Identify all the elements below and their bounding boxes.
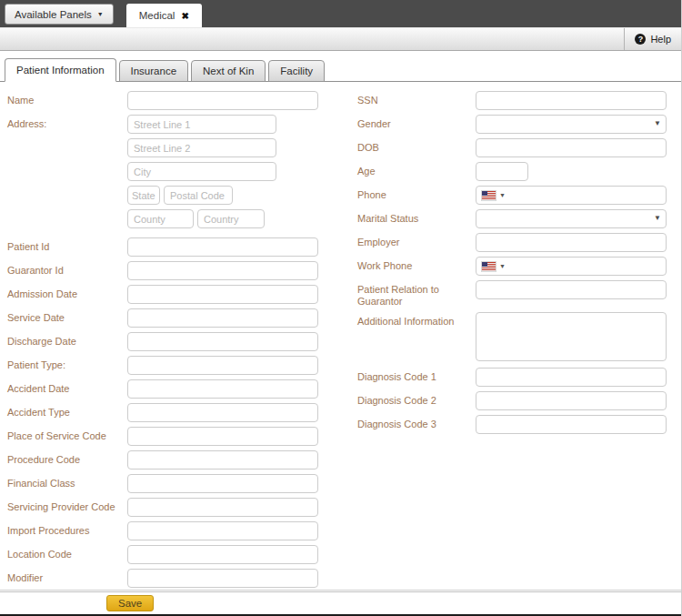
name-input[interactable] <box>127 91 318 110</box>
street-line-2-input[interactable] <box>127 138 276 157</box>
work-phone-input-box: ▼ <box>476 257 667 276</box>
admission-date-input[interactable] <box>127 285 318 304</box>
form-row: Discharge Date <box>7 332 318 351</box>
help-icon: ? <box>635 34 646 45</box>
work-phone-input[interactable] <box>506 258 662 274</box>
servicing-provider-code-input[interactable] <box>127 498 318 517</box>
admission-date-label: Admission Date <box>7 288 127 300</box>
patient-id-input[interactable] <box>127 237 318 257</box>
modifier-input[interactable] <box>127 569 318 588</box>
ssn-input[interactable] <box>476 91 667 110</box>
phone-input[interactable] <box>506 187 662 203</box>
flag-dropdown-caret-icon[interactable]: ▼ <box>499 263 506 269</box>
patient-type-input[interactable] <box>127 356 318 375</box>
import-procedures-input[interactable] <box>127 521 318 540</box>
tab-patient-information[interactable]: Patient Information <box>5 58 116 82</box>
form-row: Age <box>357 162 667 181</box>
marital-status-select-wrap: ▼ <box>476 209 667 228</box>
location-code-input[interactable] <box>127 545 318 564</box>
location-code-label: Location Code <box>7 549 127 560</box>
available-panels-label: Available Panels <box>15 9 92 20</box>
form-row: Accident Type <box>7 403 318 422</box>
age-input[interactable] <box>476 162 528 181</box>
available-panels-button[interactable]: Available Panels ▼ <box>5 4 114 25</box>
form-left-column: Name Address: <box>7 91 318 590</box>
panel-topbar: Available Panels ▼ Medical ✖ <box>0 0 681 27</box>
form-row: Gender ▼ <box>357 115 667 134</box>
save-button[interactable]: Save <box>106 595 154 611</box>
form-row: Import Procedures <box>7 521 318 540</box>
form-row: Admission Date <box>7 285 318 304</box>
additional-information-textarea[interactable] <box>476 312 667 361</box>
dob-input[interactable] <box>476 138 667 157</box>
close-icon[interactable]: ✖ <box>181 11 188 21</box>
guarantor-id-label: Guarantor Id <box>7 265 127 277</box>
diagnosis-code-3-input[interactable] <box>476 415 667 434</box>
form-row: Procedure Code <box>7 450 318 470</box>
form-row: Diagnosis Code 1 <box>357 368 667 387</box>
patient-relation-to-guarantor-label: Patient Relation to Guarantor <box>357 280 476 308</box>
discharge-date-input[interactable] <box>127 332 318 351</box>
city-input[interactable] <box>127 162 276 181</box>
diagnosis-code-1-input[interactable] <box>476 368 667 387</box>
form-row: Modifier <box>7 569 318 588</box>
modifier-label: Modifier <box>7 572 127 584</box>
form-row: Name <box>7 91 318 110</box>
patient-relation-to-guarantor-input[interactable] <box>476 280 667 299</box>
work-phone-label: Work Phone <box>357 260 476 272</box>
country-input[interactable] <box>197 209 265 228</box>
gender-select[interactable] <box>476 115 667 134</box>
name-label: Name <box>7 95 127 106</box>
flag-dropdown-caret-icon[interactable]: ▼ <box>499 192 506 198</box>
procedure-code-label: Procedure Code <box>7 454 127 466</box>
marital-status-label: Marital Status <box>357 213 476 225</box>
discharge-date-label: Discharge Date <box>7 336 127 348</box>
tab-insurance[interactable]: Insurance <box>119 60 189 82</box>
form-row: Employer <box>357 233 667 252</box>
form-row: Location Code <box>7 545 318 564</box>
form-row: Diagnosis Code 3 <box>357 415 667 434</box>
ssn-label: SSN <box>357 95 476 106</box>
accident-type-input[interactable] <box>127 403 318 422</box>
form-row: Marital Status ▼ <box>357 209 667 228</box>
employer-input[interactable] <box>476 233 667 252</box>
financial-class-input[interactable] <box>127 474 318 493</box>
patient-id-label: Patient Id <box>7 241 127 253</box>
financial-class-label: Financial Class <box>7 478 127 490</box>
service-date-input[interactable] <box>127 308 318 328</box>
guarantor-id-input[interactable] <box>127 261 318 280</box>
form-tabstrip: Patient Information Insurance Next of Ki… <box>0 58 681 82</box>
form-row: Servicing Provider Code <box>7 498 318 517</box>
procedure-code-input[interactable] <box>127 450 318 470</box>
help-button[interactable]: ? Help <box>624 28 681 50</box>
us-flag-icon[interactable] <box>482 191 496 200</box>
tab-facility[interactable]: Facility <box>268 60 325 82</box>
tab-next-of-kin[interactable]: Next of Kin <box>191 60 266 82</box>
place-of-service-code-input[interactable] <box>127 427 318 446</box>
county-input[interactable] <box>127 209 194 228</box>
servicing-provider-code-label: Servicing Provider Code <box>7 501 127 513</box>
street-line-1-input[interactable] <box>127 115 276 134</box>
form-row: Service Date <box>7 308 318 328</box>
us-flag-icon[interactable] <box>482 262 496 271</box>
form-row: Patient Relation to Guarantor <box>357 280 667 308</box>
form-row: DOB <box>357 138 667 157</box>
help-label: Help <box>650 34 671 45</box>
form-row: Phone ▼ <box>357 186 667 205</box>
accident-date-input[interactable] <box>127 379 318 399</box>
panel-tab-medical[interactable]: Medical ✖ <box>126 4 202 27</box>
postal-code-input[interactable] <box>164 186 233 205</box>
toolbar: ? Help <box>0 27 681 51</box>
service-date-label: Service Date <box>7 312 127 324</box>
diagnosis-code-3-label: Diagnosis Code 3 <box>357 419 476 430</box>
accident-type-label: Accident Type <box>7 407 127 419</box>
accident-date-label: Accident Date <box>7 383 127 395</box>
medical-panel-window: Available Panels ▼ Medical ✖ ? Help Pati… <box>0 0 682 616</box>
marital-status-select[interactable] <box>476 209 667 228</box>
phone-input-box: ▼ <box>476 186 667 205</box>
form-row: Financial Class <box>7 474 318 493</box>
form-row: Diagnosis Code 2 <box>357 391 667 410</box>
form-row: Patient Id <box>7 237 318 257</box>
diagnosis-code-2-input[interactable] <box>476 391 667 410</box>
state-input[interactable] <box>127 186 160 205</box>
